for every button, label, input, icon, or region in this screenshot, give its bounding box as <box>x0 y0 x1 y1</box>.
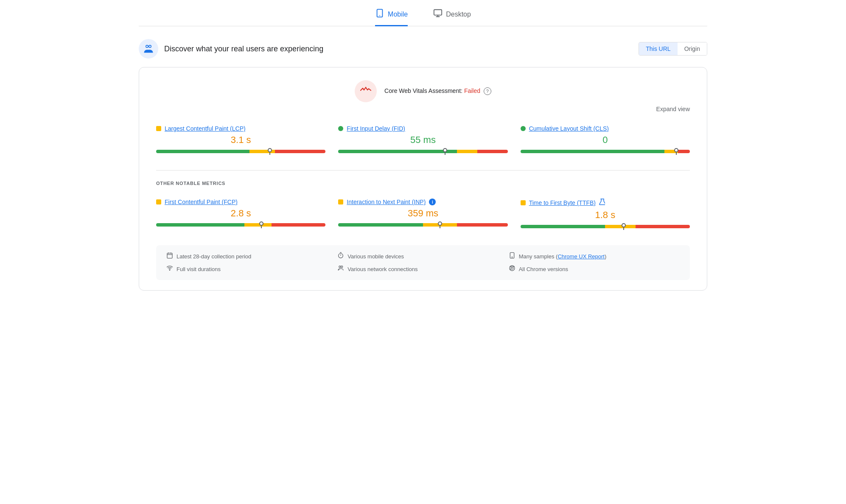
bar-green-cls <box>521 150 664 153</box>
metric-label-fid[interactable]: First Input Delay (FID) <box>347 125 405 132</box>
needle-line-fid <box>445 152 445 155</box>
metric-bar-ttfb <box>521 225 690 229</box>
needle-line-lcp <box>269 152 270 155</box>
origin-button[interactable]: Origin <box>678 42 707 55</box>
metric-label-row-lcp: Largest Contentful Paint (LCP) <box>156 125 325 132</box>
metric-label-ttfb[interactable]: Time to First Byte (TTFB) <box>529 199 596 206</box>
footer-item-4: Various network connections <box>337 265 508 273</box>
this-url-button[interactable]: This URL <box>639 42 677 55</box>
metric-track-fid <box>338 150 507 153</box>
metric-bar-lcp <box>156 150 325 154</box>
inp-info-icon[interactable]: i <box>429 199 436 205</box>
bar-red-ttfb <box>636 225 690 228</box>
svg-point-24 <box>511 267 513 269</box>
needle-line-cls <box>676 152 677 155</box>
tab-bar: Mobile Desktop <box>139 8 707 26</box>
footer-item-1: Various mobile devices <box>337 252 508 260</box>
footer-icon-4 <box>337 265 344 273</box>
metric-track-fcp <box>156 223 325 227</box>
expand-view-link[interactable]: Expand view <box>656 106 690 112</box>
section-header-left: Discover what your real users are experi… <box>139 39 323 59</box>
svg-point-20 <box>169 270 170 270</box>
metric-label-row-fcp: First Contentful Paint (FCP) <box>156 199 325 205</box>
tab-mobile[interactable]: Mobile <box>375 8 408 26</box>
section-header: Discover what your real users are experi… <box>139 39 707 59</box>
assessment-title-row: Core Web Vitals Assessment: Failed ? <box>384 87 491 95</box>
svg-point-22 <box>341 266 343 268</box>
svg-rect-2 <box>434 10 442 15</box>
ttfb-flask-icon <box>599 199 605 207</box>
mobile-icon <box>375 8 384 20</box>
needle-circle-cls <box>674 148 678 152</box>
bar-orange-fid <box>457 150 477 153</box>
footer-item-5: All Chrome versions <box>509 265 680 273</box>
tab-mobile-label: Mobile <box>388 11 408 18</box>
metric-track-inp <box>338 223 507 227</box>
footer-icon-3 <box>166 265 173 273</box>
svg-point-8 <box>149 45 151 47</box>
metric-label-row-ttfb: Time to First Byte (TTFB) <box>521 199 690 207</box>
vitals-failed-icon <box>360 84 372 98</box>
metric-dot-fid <box>338 126 343 131</box>
metric-lcp: Largest Contentful Paint (LCP) 3.1 s <box>156 121 325 160</box>
bar-red-inp <box>457 223 508 227</box>
svg-rect-11 <box>167 253 172 258</box>
metric-fid: First Input Delay (FID) 55 ms <box>338 121 507 160</box>
bar-green-lcp <box>156 150 249 153</box>
bar-green-ttfb <box>521 225 605 228</box>
metric-bar-cls <box>521 150 690 154</box>
other-metrics-grid: First Contentful Paint (FCP) 2.8 s I <box>156 194 690 235</box>
metric-needle-cls <box>674 148 678 155</box>
metric-label-cls[interactable]: Cumulative Layout Shift (CLS) <box>529 125 609 132</box>
assessment-title-text: Core Web Vitals Assessment: <box>384 87 462 94</box>
header-icon <box>139 39 158 59</box>
footer-text-4: Various network connections <box>347 266 417 272</box>
footer-text-2: Many samples (Chrome UX Report) <box>519 253 607 260</box>
metric-needle-lcp <box>268 148 272 155</box>
metric-value-inp: 359 ms <box>338 208 507 219</box>
url-toggle: This URL Origin <box>639 42 707 56</box>
bar-red-fid <box>477 150 508 153</box>
metric-label-row-fid: First Input Delay (FID) <box>338 125 507 132</box>
assessment-help-icon[interactable]: ? <box>484 87 491 95</box>
metric-label-row-cls: Cumulative Layout Shift (CLS) <box>521 125 690 132</box>
metrics-divider <box>156 170 690 171</box>
metric-label-inp[interactable]: Interaction to Next Paint (INP) <box>347 199 426 205</box>
needle-circle-fcp <box>259 221 263 226</box>
metric-label-fcp[interactable]: First Contentful Paint (FCP) <box>165 199 238 205</box>
metric-needle-ttfb <box>622 223 626 230</box>
needle-circle-ttfb <box>622 223 626 227</box>
footer-text-3: Full visit durations <box>176 266 221 272</box>
bar-orange-ttfb <box>605 225 636 228</box>
metric-needle-inp <box>438 221 442 228</box>
metric-track-ttfb <box>521 225 690 228</box>
footer-icon-0 <box>166 252 173 260</box>
bar-red-lcp <box>275 150 326 153</box>
footer-icon-1 <box>337 252 344 260</box>
metric-dot-lcp <box>156 126 161 131</box>
metric-inp: Interaction to Next Paint (INP) i 359 ms <box>338 194 507 235</box>
other-metrics-label: OTHER NOTABLE METRICS <box>156 181 690 186</box>
footer-text-5: All Chrome versions <box>519 266 568 272</box>
metric-needle-fid <box>443 148 447 155</box>
metric-dot-cls <box>521 126 526 131</box>
needle-line-inp <box>440 226 440 228</box>
metric-dot-ttfb <box>521 200 526 205</box>
metric-dot-inp <box>338 199 343 204</box>
needle-circle-lcp <box>268 148 272 152</box>
metric-value-fid: 55 ms <box>338 134 507 146</box>
bar-orange-fcp <box>244 223 272 227</box>
footer-icon-2 <box>509 252 515 260</box>
footer-text-0: Latest 28-day collection period <box>176 253 251 260</box>
metric-bar-inp <box>338 223 507 227</box>
tab-desktop[interactable]: Desktop <box>433 8 471 26</box>
footer-link-2[interactable]: Chrome UX Report <box>557 253 605 260</box>
metric-label-lcp[interactable]: Largest Contentful Paint (LCP) <box>165 125 246 132</box>
metric-track-cls <box>521 150 690 153</box>
footer-item-0: Latest 28-day collection period <box>166 252 337 260</box>
metric-value-lcp: 3.1 s <box>156 134 325 146</box>
bar-green-inp <box>338 223 423 227</box>
metric-bar-fid <box>338 150 507 154</box>
metric-value-fcp: 2.8 s <box>156 208 325 219</box>
footer-icon-5 <box>509 265 515 273</box>
